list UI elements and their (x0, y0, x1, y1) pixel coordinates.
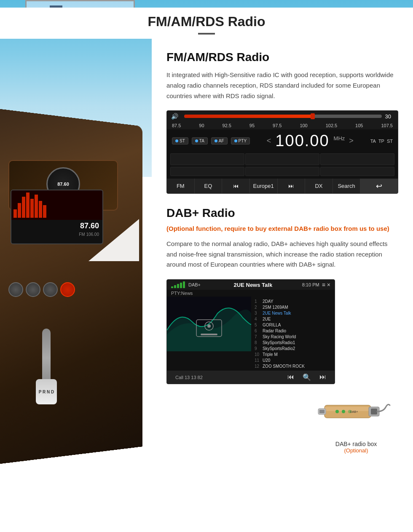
channel-11[interactable]: 11 U20 (255, 357, 331, 363)
preset-1[interactable] (170, 153, 244, 165)
preset-4[interactable] (170, 167, 244, 176)
menu-icon: ≡ (322, 281, 325, 288)
radio-bottom-bar: FM EQ ⏮ Europe1 ⏭ DX Search ↩ (167, 179, 398, 193)
dashboard-controls (4, 278, 88, 301)
bar-5 (183, 281, 185, 288)
preset-row-1 (167, 152, 398, 166)
content-panel: FM/AM/RDS Radio It integrated with High-… (152, 38, 413, 501)
svg-point-20 (342, 410, 345, 413)
channel-2[interactable]: 2 2SM 1269AM (255, 304, 331, 310)
dab-next-button[interactable]: ⏭ (319, 373, 326, 381)
next-button[interactable]: ⏭ (278, 179, 306, 193)
pty-button[interactable]: PTY (231, 137, 250, 144)
bar-1 (171, 286, 173, 288)
dab-search-button[interactable]: 🔍 (303, 373, 311, 381)
fm-section: FM/AM/RDS Radio It integrated with High-… (166, 51, 398, 194)
svg-rect-12 (201, 334, 217, 335)
dab-radio-ui: DAB+ 2UE News Talk 8:10 PM ≡ × PTY:News (166, 279, 335, 384)
gear-shift-area: P R N D (25, 329, 67, 413)
st-label-right: ST (387, 139, 393, 144)
volume-fill (184, 115, 313, 118)
tp-label: TP (378, 139, 384, 144)
dab-section-title: DAB+ Radio (166, 206, 398, 220)
dab-waveform-visual (167, 297, 251, 351)
dab-visual (167, 297, 251, 351)
page-container: 87.60 87.60 FM 106.00 (0, 0, 413, 532)
preset-5[interactable] (245, 167, 319, 176)
volume-bar: 🔊 30 (167, 111, 398, 122)
back-button[interactable]: ↩ (360, 179, 398, 193)
bar-2 (174, 285, 176, 288)
volume-number: 30 (385, 113, 391, 120)
bar-3 (177, 284, 179, 288)
channel-7[interactable]: 7 Sky Racing World (255, 334, 331, 340)
dab-ui-row: DAB+ 2UE News Talk 8:10 PM ≡ × PTY:News (166, 279, 398, 454)
svg-rect-14 (324, 407, 371, 411)
page-title-section: FM/AM/RDS Radio (0, 8, 413, 39)
af-button[interactable]: AF (211, 137, 228, 144)
st-button[interactable]: ST (172, 137, 188, 144)
dab-label: DAB+ (188, 282, 201, 287)
dab-time: 8:10 PM (302, 282, 319, 287)
channel-9[interactable]: 9 SkySportsRadio2 (255, 345, 331, 351)
prev-button[interactable]: ⏮ (222, 179, 250, 193)
preset-2[interactable] (245, 153, 319, 165)
freq-unit: MHz (334, 135, 345, 142)
title-underline (198, 33, 215, 35)
right-buttons: TA TP ST (370, 139, 393, 144)
dab-bottom-icons: ⏮ 🔍 ⏭ (287, 373, 326, 381)
preset-row-2 (167, 166, 398, 179)
channel-3[interactable]: 3 2UE News Talk (255, 310, 331, 316)
radio-controls: ST TA AF PTY < (167, 129, 398, 152)
channel-5[interactable]: 5 GORILLA (255, 322, 331, 328)
channel-8[interactable]: 8 SkySportsRadio1 (255, 340, 331, 345)
dab-prev-button[interactable]: ⏮ (287, 373, 294, 381)
svg-rect-16 (371, 409, 377, 414)
current-station-name: 2UE News Talk (204, 282, 302, 288)
europe1-button[interactable]: Europe1 (250, 179, 278, 193)
fm-section-title: FM/AM/RDS Radio (166, 51, 398, 64)
dab-section: DAB+ Radio (Optional function, require t… (166, 206, 398, 454)
dab-bottom-bar: Call 13 13 82 ⏮ 🔍 ⏭ (167, 371, 335, 384)
dab-box-label: DAB+ radio box (Optional) (314, 441, 398, 454)
search-button[interactable]: Search (333, 179, 361, 193)
preset-3[interactable] (320, 153, 394, 165)
freq-display: < 100.00 MHz > (253, 132, 367, 150)
current-frequency: 100.00 (275, 132, 329, 150)
channel-6[interactable]: 6 Radar Radio (255, 328, 331, 334)
svg-marker-7 (88, 219, 139, 261)
eq-button[interactable]: EQ (195, 179, 223, 193)
svg-rect-18 (319, 410, 324, 413)
fm-radio-ui: 🔊 30 87.5 90 92.5 95 97.5 100 (166, 110, 398, 194)
channel-10[interactable]: 10 Triple M (255, 351, 331, 357)
call-text: Call 13 13 82 (175, 375, 203, 380)
svg-text:DAB+: DAB+ (350, 410, 358, 413)
ta-label-right: TA (370, 139, 376, 144)
freq-prev-arrow[interactable]: < (267, 136, 271, 145)
ta-button-left[interactable]: TA (192, 137, 208, 144)
pointer-arrow (88, 219, 139, 263)
svg-point-19 (335, 410, 339, 413)
signal-bars (171, 281, 185, 288)
bar-4 (180, 283, 182, 288)
dab-desc: Compare to the normal analog radio, DAB+… (166, 239, 398, 270)
volume-thumb (311, 113, 315, 119)
fm-button[interactable]: FM (167, 179, 195, 193)
dx-button[interactable]: DX (305, 179, 333, 193)
channel-4[interactable]: 4 2UE (255, 316, 331, 322)
dab-radio-box-illustration: DAB+ (316, 388, 396, 435)
fm-section-desc: It integrated with High-Sensitive radio … (166, 70, 398, 101)
close-icon: × (327, 281, 330, 288)
dab-pty: PTY:News (167, 290, 335, 297)
page-title: FM/AM/RDS Radio (0, 14, 413, 29)
dab-optional-text: (Optional function, require to buy exter… (166, 224, 398, 234)
channel-12[interactable]: 12 ZOO SMOOTH ROCK (255, 363, 331, 369)
dab-top-bar: DAB+ 2UE News Talk 8:10 PM ≡ × (167, 280, 335, 290)
freq-next-arrow[interactable]: > (349, 136, 354, 145)
svg-point-11 (207, 324, 211, 328)
channel-list: 1 2DAY 2 2SM 1269AM 3 2UE News Talk (251, 297, 335, 371)
channel-1[interactable]: 1 2DAY (255, 298, 331, 304)
freq-scale: 87.5 90 92.5 95 97.5 100 102.5 105 107.5 (167, 122, 398, 129)
preset-6[interactable] (320, 167, 394, 176)
volume-track (184, 115, 382, 118)
